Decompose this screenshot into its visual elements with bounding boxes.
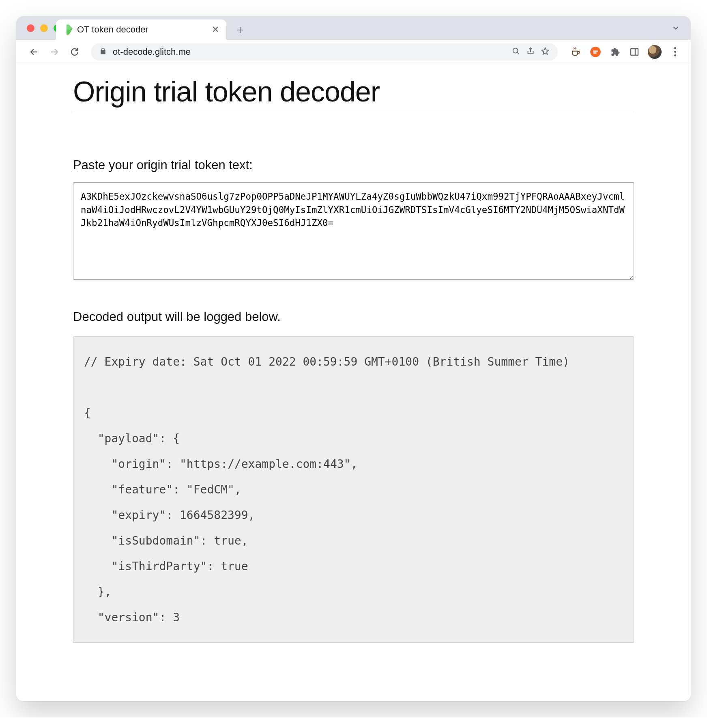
svg-marker-4 (542, 47, 549, 54)
search-icon[interactable] (511, 47, 520, 57)
lock-icon (99, 47, 107, 57)
address-bar[interactable]: ot-decode.glitch.me (91, 43, 558, 61)
svg-line-3 (517, 52, 519, 54)
output-label: Decoded output will be logged below. (73, 310, 634, 324)
tab-favicon-icon (61, 23, 74, 36)
divider (73, 113, 634, 113)
tab-search-button[interactable] (671, 24, 680, 34)
browser-chrome: OT token decoder ✕ ＋ ot-decode. (16, 16, 691, 64)
reload-button[interactable] (67, 44, 83, 60)
browser-toolbar: ot-decode.glitch.me (16, 40, 691, 64)
window-close-button[interactable] (27, 24, 34, 32)
chrome-menu-button[interactable] (669, 46, 681, 58)
url-text: ot-decode.glitch.me (113, 47, 506, 57)
token-input[interactable] (73, 182, 634, 280)
side-panel-icon[interactable] (628, 46, 640, 58)
share-icon[interactable] (526, 47, 535, 57)
coffee-extension-icon[interactable] (570, 46, 582, 58)
extensions-area (566, 45, 681, 59)
decoded-output: // Expiry date: Sat Oct 01 2022 00:59:59… (73, 336, 634, 643)
svg-point-2 (513, 48, 518, 53)
svg-rect-8 (631, 49, 638, 55)
browser-tab[interactable]: OT token decoder ✕ (56, 19, 226, 40)
page-content: Origin trial token decoder Paste your or… (16, 64, 691, 701)
back-button[interactable] (26, 44, 42, 60)
svg-rect-7 (593, 52, 596, 54)
svg-point-5 (590, 47, 601, 57)
forward-button[interactable] (46, 44, 62, 60)
paste-label: Paste your origin trial token text: (73, 158, 634, 172)
browser-window: OT token decoder ✕ ＋ ot-decode. (16, 16, 691, 701)
tab-title: OT token decoder (77, 24, 207, 35)
tab-strip: OT token decoder ✕ ＋ (16, 16, 691, 40)
profile-avatar[interactable] (648, 45, 662, 59)
page-title: Origin trial token decoder (73, 75, 634, 108)
bookmark-star-icon[interactable] (541, 47, 550, 57)
tab-close-button[interactable]: ✕ (212, 24, 219, 35)
new-tab-button[interactable]: ＋ (232, 22, 248, 38)
window-minimize-button[interactable] (40, 24, 48, 32)
orange-extension-icon[interactable] (589, 46, 602, 58)
svg-rect-6 (593, 50, 598, 52)
extensions-puzzle-icon[interactable] (609, 46, 621, 58)
